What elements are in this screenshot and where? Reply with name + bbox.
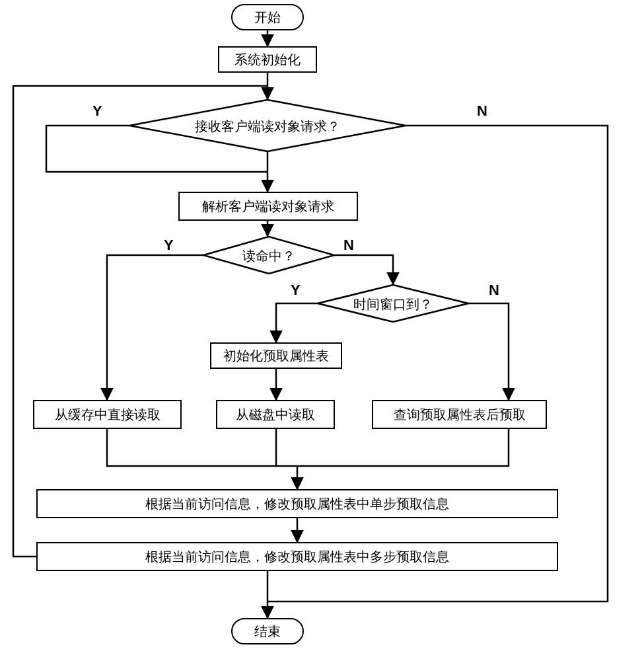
svg-marker-1 [203, 237, 334, 274]
flow-cache: 从缓存中直接读取 [33, 400, 182, 429]
flow-initpre-label: 初始化预取属性表 [223, 347, 329, 365]
svg-marker-2 [318, 285, 468, 322]
flow-disk-label: 从磁盘中读取 [236, 406, 315, 424]
flow-start: 开始 [231, 4, 304, 30]
flow-cache-label: 从缓存中直接读取 [55, 406, 161, 424]
svg-marker-0 [129, 100, 406, 151]
readhit-yes-label: Y [164, 237, 174, 254]
flow-parse: 解析客户端读对象请求 [178, 192, 358, 221]
timewin-yes-label: Y [291, 282, 301, 299]
flow-end-label: 结束 [254, 623, 281, 641]
recv-yes-label: Y [92, 102, 102, 120]
flow-query-label: 查询预取属性表后预取 [394, 406, 526, 424]
flow-initpre: 初始化预取属性表 [210, 342, 342, 369]
flow-init-label: 系统初始化 [234, 51, 301, 69]
flow-timewin [317, 284, 469, 323]
flow-end: 结束 [231, 618, 304, 644]
flow-parse-label: 解析客户端读对象请求 [202, 198, 334, 215]
timewin-no-label: N [489, 282, 499, 299]
flow-mod1-label: 根据当前访问信息，修改预取属性表中单步预取信息 [145, 495, 449, 513]
flow-mod2-label: 根据当前访问信息，修改预取属性表中多步预取信息 [145, 548, 449, 566]
flow-recv [129, 99, 406, 152]
flow-disk: 从磁盘中读取 [216, 400, 335, 429]
flow-readhit [203, 236, 335, 274]
flow-query: 查询预取属性表后预取 [372, 400, 547, 429]
flow-mod2: 根据当前访问信息，修改预取属性表中多步预取信息 [36, 542, 558, 571]
flow-mod1: 根据当前访问信息，修改预取属性表中单步预取信息 [36, 489, 558, 518]
flow-start-label: 开始 [254, 9, 281, 26]
flow-init: 系统初始化 [218, 46, 317, 73]
recv-no-label: N [477, 102, 487, 120]
readhit-no-label: N [343, 237, 354, 254]
